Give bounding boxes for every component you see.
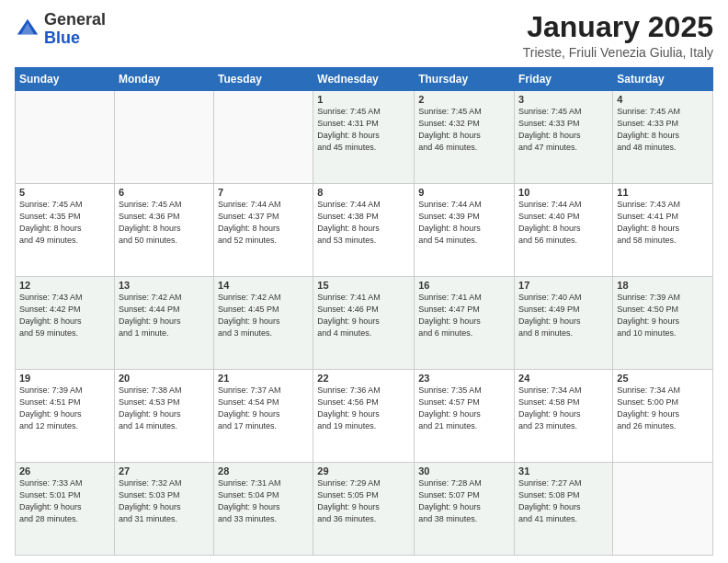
calendar-cell: 8Sunrise: 7:44 AM Sunset: 4:38 PM Daylig… (313, 184, 415, 277)
calendar-cell: 27Sunrise: 7:32 AM Sunset: 5:03 PM Dayli… (114, 463, 213, 556)
day-number: 13 (119, 280, 210, 291)
day-number: 31 (518, 465, 609, 477)
day-info: Sunrise: 7:34 AM Sunset: 4:58 PM Dayligh… (518, 385, 609, 432)
day-info: Sunrise: 7:34 AM Sunset: 5:00 PM Dayligh… (617, 385, 709, 432)
week-row-2: 12Sunrise: 7:43 AM Sunset: 4:42 PM Dayli… (16, 277, 713, 370)
calendar-cell: 22Sunrise: 7:36 AM Sunset: 4:56 PM Dayli… (313, 370, 415, 463)
calendar-cell (16, 91, 115, 184)
calendar-cell: 10Sunrise: 7:44 AM Sunset: 4:40 PM Dayli… (515, 184, 613, 277)
weekday-header-thursday: Thursday (415, 68, 515, 91)
day-number: 10 (518, 187, 609, 198)
day-number: 11 (617, 187, 709, 198)
day-info: Sunrise: 7:31 AM Sunset: 5:04 PM Dayligh… (218, 477, 309, 525)
day-number: 19 (19, 373, 110, 384)
day-number: 29 (317, 465, 410, 477)
logo-general: General (44, 10, 106, 29)
day-info: Sunrise: 7:41 AM Sunset: 4:47 PM Dayligh… (418, 292, 510, 339)
day-number: 2 (418, 94, 510, 105)
day-number: 9 (418, 187, 510, 198)
day-info: Sunrise: 7:35 AM Sunset: 4:57 PM Dayligh… (418, 385, 510, 432)
calendar-table: SundayMondayTuesdayWednesdayThursdayFrid… (15, 67, 713, 556)
calendar-cell: 29Sunrise: 7:29 AM Sunset: 5:05 PM Dayli… (313, 463, 415, 556)
day-number: 27 (119, 465, 210, 477)
day-info: Sunrise: 7:44 AM Sunset: 4:38 PM Dayligh… (317, 199, 410, 247)
day-info: Sunrise: 7:40 AM Sunset: 4:49 PM Dayligh… (518, 292, 609, 339)
day-info: Sunrise: 7:39 AM Sunset: 4:50 PM Dayligh… (617, 292, 709, 339)
day-number: 7 (218, 187, 309, 198)
logo-blue: Blue (44, 29, 80, 47)
weekday-header-friday: Friday (515, 68, 613, 91)
calendar-cell: 19Sunrise: 7:39 AM Sunset: 4:51 PM Dayli… (16, 370, 115, 463)
calendar-cell: 14Sunrise: 7:42 AM Sunset: 4:45 PM Dayli… (214, 277, 313, 370)
calendar-cell: 2Sunrise: 7:45 AM Sunset: 4:32 PM Daylig… (415, 91, 515, 184)
week-row-1: 5Sunrise: 7:45 AM Sunset: 4:35 PM Daylig… (16, 184, 713, 277)
day-number: 8 (317, 187, 410, 198)
calendar-cell: 31Sunrise: 7:27 AM Sunset: 5:08 PM Dayli… (515, 463, 613, 556)
logo-text: General Blue (44, 11, 106, 48)
day-info: Sunrise: 7:41 AM Sunset: 4:46 PM Dayligh… (317, 292, 410, 339)
day-number: 5 (19, 187, 110, 198)
day-number: 16 (418, 280, 510, 291)
calendar-cell: 11Sunrise: 7:43 AM Sunset: 4:41 PM Dayli… (613, 184, 713, 277)
day-info: Sunrise: 7:45 AM Sunset: 4:36 PM Dayligh… (119, 199, 210, 247)
day-number: 30 (418, 465, 510, 477)
calendar-cell: 9Sunrise: 7:44 AM Sunset: 4:39 PM Daylig… (415, 184, 515, 277)
calendar-subtitle: Trieste, Friuli Venezia Giulia, Italy (523, 45, 713, 60)
day-info: Sunrise: 7:33 AM Sunset: 5:01 PM Dayligh… (19, 477, 110, 525)
day-number: 1 (317, 94, 410, 105)
calendar-cell: 28Sunrise: 7:31 AM Sunset: 5:04 PM Dayli… (214, 463, 313, 556)
calendar-cell: 4Sunrise: 7:45 AM Sunset: 4:33 PM Daylig… (613, 91, 713, 184)
week-row-4: 26Sunrise: 7:33 AM Sunset: 5:01 PM Dayli… (16, 463, 713, 556)
week-row-0: 1Sunrise: 7:45 AM Sunset: 4:31 PM Daylig… (16, 91, 713, 184)
calendar-title: January 2025 (523, 11, 713, 43)
day-number: 18 (617, 280, 709, 291)
day-number: 3 (518, 94, 609, 105)
logo-icon (15, 17, 40, 42)
calendar-cell: 6Sunrise: 7:45 AM Sunset: 4:36 PM Daylig… (114, 184, 213, 277)
day-info: Sunrise: 7:36 AM Sunset: 4:56 PM Dayligh… (317, 385, 410, 432)
calendar-cell: 21Sunrise: 7:37 AM Sunset: 4:54 PM Dayli… (214, 370, 313, 463)
weekday-header-wednesday: Wednesday (313, 68, 415, 91)
day-info: Sunrise: 7:42 AM Sunset: 4:45 PM Dayligh… (218, 292, 309, 339)
calendar-cell (613, 463, 713, 556)
day-info: Sunrise: 7:45 AM Sunset: 4:31 PM Dayligh… (317, 106, 410, 154)
calendar-cell: 20Sunrise: 7:38 AM Sunset: 4:53 PM Dayli… (114, 370, 213, 463)
day-info: Sunrise: 7:27 AM Sunset: 5:08 PM Dayligh… (518, 477, 609, 525)
calendar-cell: 16Sunrise: 7:41 AM Sunset: 4:47 PM Dayli… (415, 277, 515, 370)
day-number: 28 (218, 465, 309, 477)
logo: General Blue (15, 11, 106, 48)
day-info: Sunrise: 7:43 AM Sunset: 4:42 PM Dayligh… (19, 292, 110, 339)
day-info: Sunrise: 7:32 AM Sunset: 5:03 PM Dayligh… (119, 477, 210, 525)
title-block: January 2025 Trieste, Friuli Venezia Giu… (523, 11, 713, 60)
weekday-header-sunday: Sunday (16, 68, 115, 91)
day-info: Sunrise: 7:44 AM Sunset: 4:37 PM Dayligh… (218, 199, 309, 247)
calendar-cell: 3Sunrise: 7:45 AM Sunset: 4:33 PM Daylig… (515, 91, 613, 184)
calendar-cell: 13Sunrise: 7:42 AM Sunset: 4:44 PM Dayli… (114, 277, 213, 370)
day-number: 24 (518, 373, 609, 384)
weekday-header-row: SundayMondayTuesdayWednesdayThursdayFrid… (16, 68, 713, 91)
weekday-header-tuesday: Tuesday (214, 68, 313, 91)
calendar-page: General Blue January 2025 Trieste, Friul… (0, 0, 728, 563)
week-row-3: 19Sunrise: 7:39 AM Sunset: 4:51 PM Dayli… (16, 370, 713, 463)
calendar-cell: 17Sunrise: 7:40 AM Sunset: 4:49 PM Dayli… (515, 277, 613, 370)
day-number: 6 (119, 187, 210, 198)
day-number: 22 (317, 373, 410, 384)
day-info: Sunrise: 7:45 AM Sunset: 4:33 PM Dayligh… (518, 106, 609, 154)
day-number: 20 (119, 373, 210, 384)
calendar-cell: 15Sunrise: 7:41 AM Sunset: 4:46 PM Dayli… (313, 277, 415, 370)
calendar-cell: 18Sunrise: 7:39 AM Sunset: 4:50 PM Dayli… (613, 277, 713, 370)
weekday-header-saturday: Saturday (613, 68, 713, 91)
day-info: Sunrise: 7:44 AM Sunset: 4:39 PM Dayligh… (418, 199, 510, 247)
day-number: 21 (218, 373, 309, 384)
day-info: Sunrise: 7:42 AM Sunset: 4:44 PM Dayligh… (119, 292, 210, 339)
calendar-cell (114, 91, 213, 184)
day-info: Sunrise: 7:45 AM Sunset: 4:35 PM Dayligh… (19, 199, 110, 247)
day-number: 17 (518, 280, 609, 291)
calendar-cell: 5Sunrise: 7:45 AM Sunset: 4:35 PM Daylig… (16, 184, 115, 277)
calendar-cell (214, 91, 313, 184)
weekday-header-monday: Monday (114, 68, 213, 91)
day-number: 25 (617, 373, 709, 384)
day-info: Sunrise: 7:43 AM Sunset: 4:41 PM Dayligh… (617, 199, 709, 247)
day-number: 23 (418, 373, 510, 384)
calendar-cell: 26Sunrise: 7:33 AM Sunset: 5:01 PM Dayli… (16, 463, 115, 556)
